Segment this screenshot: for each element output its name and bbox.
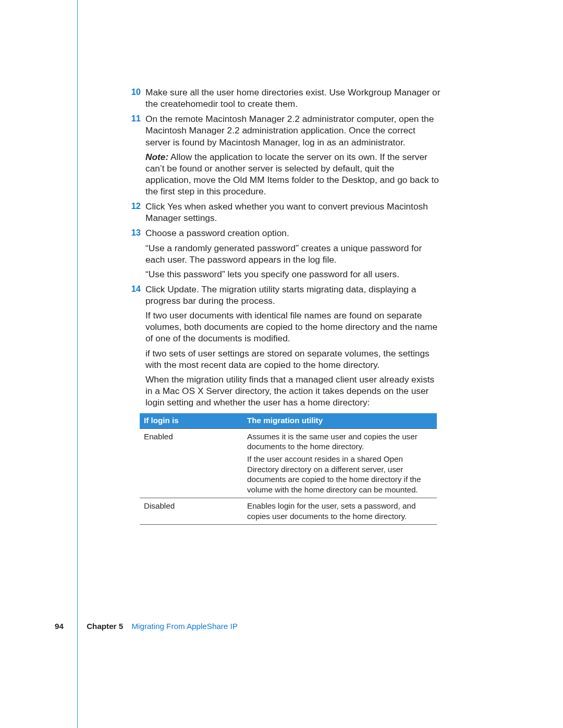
step-body: Click Update. The migration utility star… [145,283,441,408]
table-row: Enabled Assumes it is the same user and … [140,428,437,498]
step-number: 14 [125,283,145,408]
step-body: On the remote Macintosh Manager 2.2 admi… [145,113,441,197]
table-cell: Assumes it is the same user and copies t… [243,428,437,498]
step-11: 11 On the remote Macintosh Manager 2.2 a… [125,113,441,197]
page-footer: 94 Chapter 5 Migrating From AppleShare I… [55,622,238,631]
step-number: 13 [125,227,145,280]
step-body: Choose a password creation option. “Use … [145,227,441,280]
margin-rule [77,0,78,728]
table-cell-text: Enables login for the user, sets a passw… [247,501,433,521]
step-text: Choose a password creation option. [145,227,441,239]
table-cell-text: If the user account resides in a shared … [247,454,433,495]
table-row: Disabled Enables login for the user, set… [140,498,437,525]
step-13: 13 Choose a password creation option. “U… [125,227,441,280]
step-text: Click Update. The migration utility star… [145,283,441,306]
page: 10 Make sure all the user home directori… [0,0,563,728]
table-cell: Disabled [140,498,243,525]
note-text: Allow the application to locate the serv… [145,152,439,196]
step-note: Note: Allow the application to locate th… [145,151,441,198]
step-text: “Use this password” lets you specify one… [145,268,441,280]
body-content: 10 Make sure all the user home directori… [125,87,441,525]
step-12: 12 Click Yes when asked whether you want… [125,201,441,224]
step-text: If two user documents with identical fil… [145,310,441,344]
step-body: Click Yes when asked whether you want to… [145,201,441,224]
step-text: if two sets of user settings are stored … [145,348,441,371]
page-number: 94 [55,622,64,631]
step-text: On the remote Macintosh Manager 2.2 admi… [145,113,441,147]
step-text: When the migration utility finds that a … [145,374,441,408]
table-cell: Enables login for the user, sets a passw… [243,498,437,525]
table-cell: Enabled [140,428,243,498]
step-number: 10 [125,87,145,109]
chapter-title: Migrating From AppleShare IP [125,622,237,631]
table-header: The migration utility [243,413,437,428]
note-label: Note: [145,152,168,162]
table-header-row: If login is The migration utility [140,413,437,428]
table-header: If login is [140,413,243,428]
step-number: 12 [125,201,145,224]
step-14: 14 Click Update. The migration utility s… [125,283,441,408]
step-text: Make sure all the user home directories … [145,87,441,109]
login-table: If login is The migration utility Enable… [140,413,437,525]
step-text: Click Yes when asked whether you want to… [145,201,441,224]
step-number: 11 [125,113,145,197]
table-cell-text: Assumes it is the same user and copies t… [247,431,433,452]
step-body: Make sure all the user home directories … [145,87,441,109]
step-text: “Use a randomly generated password” crea… [145,242,441,265]
step-10: 10 Make sure all the user home directori… [125,87,441,109]
chapter-label: Chapter 5 [66,622,123,631]
